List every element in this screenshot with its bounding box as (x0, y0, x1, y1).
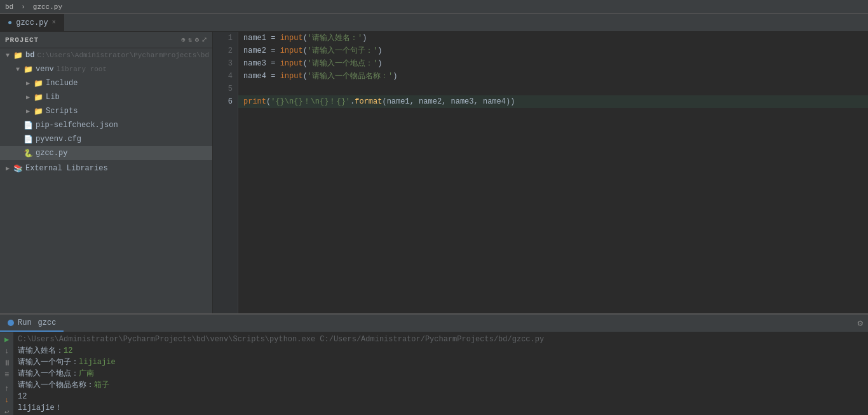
tree-label-venv: venv (36, 65, 54, 74)
run-value-6: lijiajie！ (18, 402, 62, 414)
line-num-3: 3 (213, 57, 238, 70)
scroll-down-icon[interactable]: ↓ (1, 396, 13, 405)
tab-py-icon: ● (8, 18, 12, 27)
pause-button[interactable]: ⏸ (1, 358, 13, 368)
bottom-panel: Run gzcc ⚙ ▶ ↓ ⏸ ≡ ↑ ↓ ↩ C:\Users\Admini… (0, 313, 868, 415)
file-icon-cfg: 📄 (23, 135, 33, 144)
tree-include[interactable]: ▶ 📁 Include (0, 76, 212, 90)
bottom-toolbar: ⚙ (858, 315, 868, 332)
line-num-6: 6 (213, 95, 238, 108)
line-num-4: 4 (213, 70, 238, 83)
breadcrumb-bar: bd › gzcc.py (0, 0, 868, 14)
run-output-6: lijiajie！ (18, 402, 864, 414)
tree-venv[interactable]: ▼ 📁 venv library root (0, 62, 212, 76)
settings-icon[interactable]: ⚙ (858, 318, 863, 329)
chevron-bd: ▼ (3, 52, 13, 59)
run-output-5: 12 (18, 391, 864, 402)
chevron-venv: ▼ (13, 66, 23, 73)
line-numbers: 1 2 3 4 5 6 (213, 32, 238, 313)
play-button[interactable]: ▶ (1, 335, 13, 344)
file-icon-py: 🐍 (23, 149, 33, 158)
run-left-buttons: ▶ ↓ ⏸ ≡ ↑ ↓ ↩ (0, 332, 14, 415)
run-value-4: 箱子 (94, 379, 109, 391)
tree-label-gzcc: gzcc.py (36, 149, 67, 158)
line-num-1: 1 (213, 32, 238, 44)
tree-path-bd: C:\Users\Administrator\PycharmProjects\b… (37, 51, 209, 59)
sidebar-header: Project ⊕ ⇅ ⚙ ⤢ (0, 32, 212, 48)
rerun-button[interactable]: ≡ (1, 371, 13, 379)
stop-button[interactable]: ↓ (1, 347, 13, 356)
folder-icon-bd: 📁 (13, 51, 23, 60)
run-value-5: 12 (18, 391, 27, 402)
tab-gzcc-py[interactable]: ● gzcc.py × (0, 14, 64, 31)
editor-content[interactable]: 1 2 3 4 5 6 name1 = input ( '请输入姓名：' ) (213, 32, 868, 313)
bottom-tab-run[interactable]: Run gzcc (0, 315, 64, 332)
bottom-tab-config-label: gzcc (38, 318, 57, 327)
folder-icon-external: 📚 (13, 164, 23, 173)
folder-icon-scripts: 📁 (33, 107, 43, 116)
tab-label: gzcc.py (16, 18, 48, 27)
bottom-tab-run-label: Run (18, 318, 32, 327)
tree-pyvenv[interactable]: 📄 pyvenv.cfg (0, 132, 212, 146)
run-indicator (8, 320, 14, 326)
tree-label-scripts: Scripts (46, 107, 78, 116)
run-output-2: 请输入一个句子： lijiajie (18, 357, 864, 368)
run-value-3: 广南 (79, 368, 94, 379)
tree-label-pip: pip-selfcheck.json (36, 121, 118, 130)
run-panel-content: C:\Users\Administrator\PycharmProjects\b… (14, 332, 868, 415)
run-output-3: 请输入一个地点： 广南 (18, 368, 864, 379)
run-output-4: 请输入一个物品名称： 箱子 (18, 379, 864, 391)
code-editor[interactable]: name1 = input ( '请输入姓名：' ) name2 = input… (238, 32, 868, 313)
sidebar-toolbar: ⊕ ⇅ ⚙ ⤢ (181, 36, 207, 44)
scroll-up-icon[interactable]: ↑ (1, 384, 13, 393)
run-prompt-1: 请输入姓名： (18, 345, 64, 357)
tree-external-libraries[interactable]: ▶ 📚 External Libraries (0, 161, 212, 175)
chevron-lib: ▶ (23, 93, 33, 101)
tree-label-include: Include (46, 79, 78, 88)
run-output-1: 请输入姓名： 12 (18, 345, 864, 357)
breadcrumb-bd[interactable]: bd (5, 3, 13, 11)
run-prompt-3: 请输入一个地点： (18, 368, 79, 379)
sidebar-add-icon[interactable]: ⊕ (181, 36, 186, 44)
main-area: Project ⊕ ⇅ ⚙ ⤢ ▼ 📁 bd C:\Users\Administ… (0, 32, 868, 313)
tree-scripts[interactable]: ▶ 📁 Scripts (0, 104, 212, 118)
file-icon-json: 📄 (23, 121, 33, 130)
run-value-1: 12 (64, 345, 72, 357)
line-num-5: 5 (213, 83, 238, 95)
tab-bar: ● gzcc.py × (0, 14, 868, 32)
code-line-1: name1 = input ( '请输入姓名：' ) (238, 32, 868, 44)
tree-label-external: External Libraries (25, 164, 108, 173)
chevron-include: ▶ (23, 79, 33, 87)
tree-label-bd: bd (25, 51, 34, 60)
breadcrumb-file[interactable]: gzcc.py (33, 3, 62, 11)
bottom-panel-tabs: Run gzcc ⚙ (0, 315, 868, 332)
code-line-5 (238, 83, 868, 95)
run-prompt-4: 请输入一个物品名称： (18, 379, 94, 391)
code-line-3: name3 = input ( '请输入一个地点：' ) (238, 57, 868, 70)
sidebar-expand-icon[interactable]: ⤢ (201, 36, 207, 44)
tree-gzcc-py[interactable]: 🐍 gzcc.py (0, 146, 212, 160)
sidebar-title: Project (5, 36, 39, 44)
code-line-6: print ( '{}\n{}！\n{}！{}' . format ( name… (238, 95, 868, 108)
tree-lib[interactable]: ▶ 📁 Lib (0, 90, 212, 104)
run-prompt-2: 请输入一个句子： (18, 357, 79, 368)
line-num-2: 2 (213, 44, 238, 57)
breadcrumb-sep: › (21, 3, 25, 11)
sidebar: Project ⊕ ⇅ ⚙ ⤢ ▼ 📁 bd C:\Users\Administ… (0, 32, 213, 313)
tree-label-lib: Lib (46, 93, 60, 102)
code-line-2: name2 = input ( '请输入一个句子：' ) (238, 44, 868, 57)
wrap-icon[interactable]: ↩ (1, 407, 13, 415)
run-command-line: C:\Users\Administrator\PycharmProjects\b… (18, 334, 864, 345)
tab-close-button[interactable]: × (52, 19, 56, 26)
tree-pip-selfcheck[interactable]: 📄 pip-selfcheck.json (0, 118, 212, 132)
code-line-4: name4 = input ( '请输入一个物品名称：' ) (238, 70, 868, 83)
tree-venv-suffix: library root (57, 65, 107, 73)
tree-label-pyvenv: pyvenv.cfg (36, 135, 81, 144)
editor-area: 1 2 3 4 5 6 name1 = input ( '请输入姓名：' ) (213, 32, 868, 313)
run-command-text: C:\Users\Administrator\PycharmProjects\b… (18, 334, 544, 345)
run-panel-body: ▶ ↓ ⏸ ≡ ↑ ↓ ↩ C:\Users\Administrator\Pyc… (0, 332, 868, 415)
tree-root-bd[interactable]: ▼ 📁 bd C:\Users\Administrator\PycharmPro… (0, 48, 212, 62)
sidebar-sync-icon[interactable]: ⇅ (188, 36, 193, 44)
sidebar-settings-icon[interactable]: ⚙ (194, 36, 199, 44)
chevron-external: ▶ (3, 165, 13, 172)
